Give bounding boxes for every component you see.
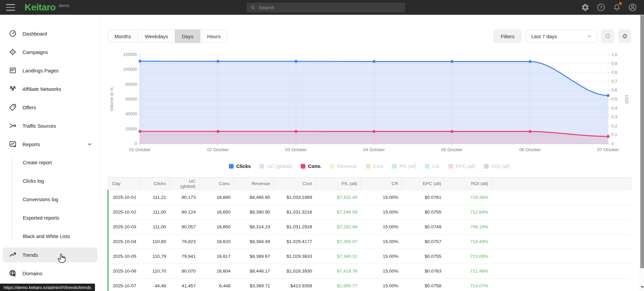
cell-roi-all-: 712.64% bbox=[445, 205, 492, 220]
sidebar-item-landings-pages[interactable]: Landings Pages bbox=[3, 63, 98, 78]
svg-text:0.9: 0.9 bbox=[611, 61, 617, 66]
cell-cr: 15.00% bbox=[361, 264, 402, 279]
legend-label: EPC (all) bbox=[456, 164, 476, 169]
sidebar-subitem-clicks-log[interactable]: Clicks log bbox=[3, 174, 98, 188]
legend-item-cost[interactable]: Cost bbox=[366, 164, 383, 169]
table-row[interactable]: 2025-10-05110,7979,94116,617$8,369.67$1,… bbox=[108, 249, 631, 264]
column-header-uc-global-[interactable]: UC (global) bbox=[169, 177, 199, 190]
column-header-conv-[interactable]: Conv. bbox=[199, 177, 234, 190]
cell-revenue: $8,384.49 bbox=[234, 234, 274, 249]
cell-conv-: 16,620 bbox=[199, 234, 234, 249]
table-row[interactable]: 2025-10-04110,8079,82316,620$8,384.49$1,… bbox=[108, 234, 631, 249]
cell-p-l-all-: $7,340.31 bbox=[315, 249, 361, 264]
sidebar-item-dashboard[interactable]: Dashboard bbox=[3, 26, 98, 41]
refresh-button[interactable] bbox=[601, 30, 614, 43]
sidebar-subitem-conversions-log[interactable]: Conversions log bbox=[3, 192, 98, 207]
cell-day: 2025-10-07 bbox=[108, 279, 140, 291]
column-header-p-l-all-[interactable]: P/L (all) bbox=[315, 177, 361, 190]
refresh-icon bbox=[605, 33, 611, 39]
sidebar-item-reports[interactable]: Reports bbox=[3, 137, 98, 152]
menu-icon[interactable] bbox=[6, 4, 15, 11]
tab-hours[interactable]: Hours bbox=[200, 30, 228, 43]
cell-uc-global-: 80,070 bbox=[169, 264, 199, 279]
svg-text:Volume or %: Volume or % bbox=[109, 88, 114, 111]
scrollbar-thumb[interactable] bbox=[640, 15, 644, 268]
trends-icon bbox=[9, 251, 17, 259]
date-range-select[interactable]: Last 7 days bbox=[526, 30, 597, 43]
legend-item-epc-all-[interactable]: EPC (all) bbox=[448, 164, 476, 169]
legend-item-conv-[interactable]: Conv. bbox=[301, 164, 321, 169]
svg-text:100000: 100000 bbox=[123, 67, 137, 72]
cell-epc-all-: $0.0755 bbox=[402, 249, 445, 264]
sidebar-subitem-black-and-white-lists[interactable]: Black and White Lists bbox=[3, 229, 98, 244]
cell-conv-: 6,448 bbox=[199, 279, 234, 291]
tab-months[interactable]: Months bbox=[107, 30, 138, 43]
legend-item-roi-all-[interactable]: ROI (all) bbox=[484, 164, 510, 169]
tab-days[interactable]: Days bbox=[175, 30, 200, 43]
legend-item-cr[interactable]: CR bbox=[425, 164, 439, 169]
legend-swatch bbox=[392, 164, 397, 169]
status-url-tooltip: https://demo.keitaro.io/admin/#!/trends/… bbox=[0, 284, 95, 291]
column-header-revenue[interactable]: Revenue bbox=[234, 177, 274, 190]
table-row[interactable]: 2025-10-06110,7080,07016,604$8,448.17$1,… bbox=[108, 264, 631, 279]
notification-badge bbox=[619, 2, 622, 5]
sidebar-item-label: Offers bbox=[22, 105, 36, 110]
sidebar-item-offers[interactable]: $Offers bbox=[3, 100, 98, 115]
sidebar-item-label: Campaigns bbox=[22, 49, 48, 55]
chart-settings-button[interactable] bbox=[618, 30, 631, 43]
cell-clicks: 111,00 bbox=[140, 220, 169, 234]
legend-item-p-l-all-[interactable]: P/L (all) bbox=[392, 164, 416, 169]
sidebar-subitem-create-report[interactable]: Create report bbox=[3, 155, 98, 170]
legend-item-uc-global-[interactable]: UC (global) bbox=[259, 164, 292, 169]
table-row[interactable]: 2025-10-01111,2180,17316,680$8,465.60$1,… bbox=[108, 190, 631, 205]
legend-item-revenue[interactable]: Revenue bbox=[330, 164, 357, 169]
cell-revenue: $8,380.90 bbox=[234, 205, 274, 220]
svg-text:0: 0 bbox=[611, 141, 614, 146]
cell-uc-global-: 80,173 bbox=[169, 190, 199, 205]
help-icon[interactable]: ? bbox=[597, 3, 605, 12]
account-icon[interactable] bbox=[628, 3, 637, 12]
cell-revenue: $8,448.17 bbox=[234, 264, 274, 279]
table-header-row: DayClicksUC (global)Conv.RevenueCostP/L … bbox=[108, 177, 631, 190]
sidebar-item-domains[interactable]: Domains bbox=[3, 266, 98, 281]
cell-p-l-all-: $2,955.77 bbox=[315, 279, 361, 291]
cell-epc-all-: $0.0749 bbox=[402, 220, 445, 234]
tab-weekdays[interactable]: Weekdays bbox=[138, 30, 175, 43]
search-box[interactable] bbox=[247, 3, 405, 12]
search-input[interactable] bbox=[259, 5, 402, 10]
table-row[interactable]: 2025-10-03111,0080,05716,650$8,314.23$1,… bbox=[108, 220, 631, 234]
cell-cost: $1,029.4177 bbox=[274, 234, 315, 249]
column-header-cost[interactable]: Cost bbox=[274, 177, 315, 190]
cell-epc-all-: $0.0757 bbox=[402, 234, 445, 249]
cell-conv-: 16,617 bbox=[199, 249, 234, 264]
svg-text:04 October: 04 October bbox=[363, 147, 385, 152]
cell-cost: $1,031.2928 bbox=[274, 220, 315, 234]
column-header-clicks[interactable]: Clicks bbox=[140, 177, 169, 190]
notifications-icon[interactable] bbox=[612, 3, 621, 12]
cell-conv-: 16,650 bbox=[199, 205, 234, 220]
scroll-down-arrow-icon[interactable] bbox=[641, 286, 644, 289]
scrollbar[interactable] bbox=[640, 15, 644, 291]
column-header-day[interactable]: Day bbox=[108, 177, 140, 190]
settings-icon[interactable] bbox=[581, 3, 590, 12]
sidebar-subitem-exported-reports[interactable]: Exported reports bbox=[3, 211, 98, 225]
column-header-roi-all-[interactable]: ROI (all) bbox=[445, 177, 492, 190]
cell-uc-global-: 79,823 bbox=[169, 234, 199, 249]
search-icon bbox=[250, 5, 256, 10]
table-row[interactable]: 2025-10-02111,0080,12416,650$8,380.90$1,… bbox=[108, 205, 631, 220]
table-row[interactable]: 2025-10-0744,4841,4576,448$3,369.71$413.… bbox=[108, 279, 631, 291]
sidebar-item-traffic-sources[interactable]: Traffic Sources bbox=[3, 118, 98, 133]
legend-swatch bbox=[425, 164, 430, 169]
sidebar-item-affiliate-networks[interactable]: Affiliate Networks bbox=[3, 81, 98, 96]
legend-item-clicks[interactable]: Clicks bbox=[229, 164, 251, 169]
filters-button[interactable]: Filters bbox=[494, 30, 522, 43]
cell-cost: $1,031.3216 bbox=[274, 205, 315, 220]
column-header-cr[interactable]: CR bbox=[361, 177, 402, 190]
svg-text:120000: 120000 bbox=[123, 52, 137, 57]
sidebar-item-label: Domains bbox=[22, 271, 42, 276]
column-header-epc-all-[interactable]: EPC (all) bbox=[402, 177, 445, 190]
svg-text:40000: 40000 bbox=[126, 112, 137, 116]
cell-cost: $1,033.1989 bbox=[274, 190, 315, 205]
sidebar-item-campaigns[interactable]: Campaigns bbox=[3, 45, 98, 59]
sidebar-item-trends[interactable]: Trends bbox=[3, 247, 98, 262]
